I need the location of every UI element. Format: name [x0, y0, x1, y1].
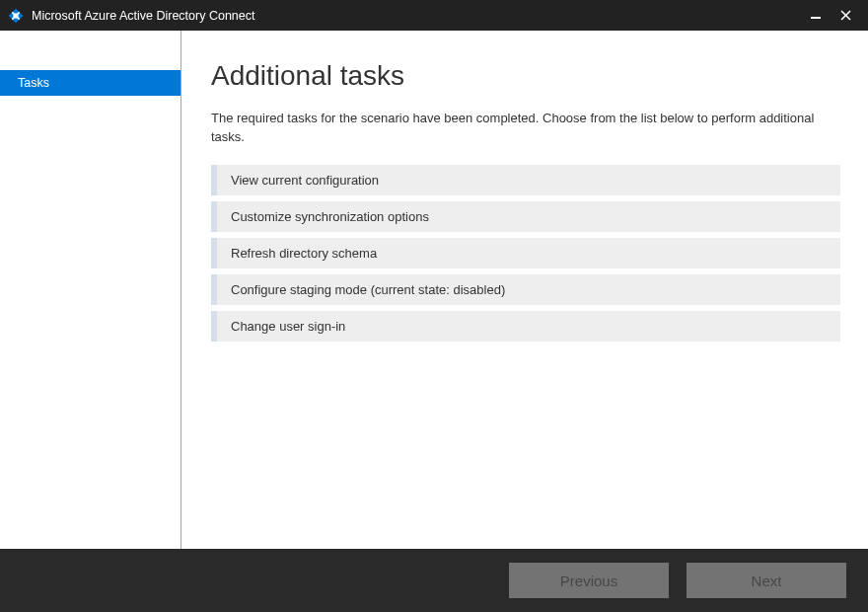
titlebar: Microsoft Azure Active Directory Connect — [0, 0, 868, 31]
task-label: Configure staging mode (current state: d… — [231, 282, 505, 297]
sidebar-item-label: Tasks — [18, 76, 49, 90]
task-change-user-sign-in[interactable]: Change user sign-in — [211, 311, 840, 342]
app-icon — [8, 8, 24, 24]
sidebar-item-tasks[interactable]: Tasks — [0, 70, 181, 96]
window-title: Microsoft Azure Active Directory Connect — [32, 9, 801, 23]
task-label: View current configuration — [231, 173, 379, 188]
task-label: Customize synchronization options — [231, 209, 429, 224]
page-description: The required tasks for the scenario have… — [211, 110, 840, 147]
minimize-button[interactable] — [801, 0, 831, 31]
close-button[interactable] — [831, 0, 860, 31]
main-container: Tasks Additional tasks The required task… — [0, 31, 868, 549]
page-title: Additional tasks — [211, 60, 840, 92]
footer: Previous Next — [0, 549, 868, 612]
task-list: View current configuration Customize syn… — [211, 165, 840, 342]
content: Additional tasks The required tasks for … — [181, 31, 868, 549]
task-view-current-configuration[interactable]: View current configuration — [211, 165, 840, 195]
sidebar: Tasks — [0, 31, 181, 549]
window-controls — [801, 0, 860, 31]
task-configure-staging-mode[interactable]: Configure staging mode (current state: d… — [211, 274, 840, 305]
task-label: Change user sign-in — [231, 319, 345, 334]
next-button[interactable]: Next — [687, 563, 846, 598]
previous-button[interactable]: Previous — [509, 563, 669, 598]
task-refresh-directory-schema[interactable]: Refresh directory schema — [211, 238, 840, 268]
task-label: Refresh directory schema — [231, 246, 377, 261]
task-customize-synchronization-options[interactable]: Customize synchronization options — [211, 201, 840, 232]
